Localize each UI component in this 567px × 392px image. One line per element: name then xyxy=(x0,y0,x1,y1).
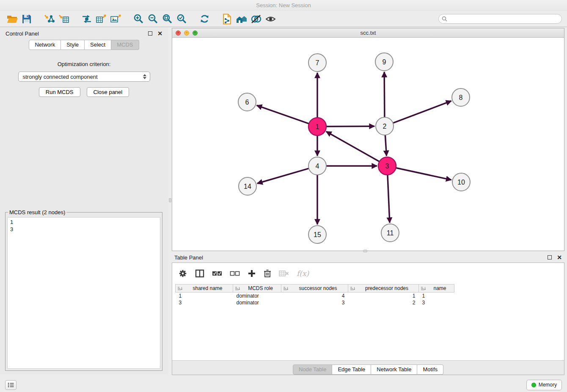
image-export-button[interactable] xyxy=(108,13,123,25)
table-export-button[interactable] xyxy=(94,13,108,25)
delete-row-button[interactable] xyxy=(264,269,271,278)
close-window-icon[interactable]: × xyxy=(176,30,181,36)
float-window-icon[interactable] xyxy=(148,31,152,36)
edge-2-8[interactable] xyxy=(393,101,451,123)
node-7[interactable]: 7 xyxy=(308,54,326,72)
svg-text:11: 11 xyxy=(387,229,394,237)
node-10[interactable]: 10 xyxy=(452,173,470,191)
houses-button[interactable] xyxy=(234,13,249,25)
unselect-all-button[interactable] xyxy=(230,270,240,277)
svg-text:15: 15 xyxy=(314,231,321,238)
run-mcds-button[interactable]: Run MCDS xyxy=(39,87,80,97)
node-11[interactable]: 11 xyxy=(381,224,399,242)
venn-slash-button[interactable] xyxy=(249,13,263,25)
venn-slash-icon xyxy=(250,14,261,24)
column-header-name[interactable]: name xyxy=(419,284,454,293)
function-builder-button[interactable]: f(x) xyxy=(297,269,309,278)
sort-icon xyxy=(177,286,182,291)
table-cell[interactable]: 1 xyxy=(419,293,454,299)
tab-select[interactable]: Select xyxy=(85,40,111,50)
zoom-out-button[interactable] xyxy=(146,13,160,25)
memory-button[interactable]: Memory xyxy=(526,380,562,390)
search-input[interactable] xyxy=(447,16,559,22)
table-cell[interactable]: 4 xyxy=(281,293,348,299)
node-3[interactable]: 3 xyxy=(378,157,396,175)
tab-edge-table[interactable]: Edge Table xyxy=(332,364,371,375)
node-1[interactable]: 1 xyxy=(308,118,326,135)
document-network-button[interactable] xyxy=(220,13,234,25)
mcds-result-group: MCDS result (2 nodes) 13 xyxy=(5,209,162,371)
table-cell[interactable]: 3 xyxy=(419,299,454,306)
select-all-button[interactable] xyxy=(212,270,222,277)
node-15[interactable]: 15 xyxy=(308,226,326,243)
edge-3-11[interactable] xyxy=(388,175,390,223)
float-table-panel-icon[interactable] xyxy=(548,255,552,259)
control-panel: Control Panel ✕ NetworkStyleSelectMCDS O… xyxy=(0,27,168,374)
node-9[interactable]: 9 xyxy=(375,53,393,71)
tab-style[interactable]: Style xyxy=(61,40,85,50)
node-14[interactable]: 14 xyxy=(239,177,256,195)
network-canvas[interactable]: 7968124314101511 xyxy=(172,38,564,251)
column-header-successor-nodes[interactable]: successor nodes xyxy=(281,284,348,293)
node-2[interactable]: 2 xyxy=(376,117,394,135)
import-network-icon xyxy=(44,14,55,24)
control-panel-tabs: NetworkStyleSelectMCDS xyxy=(0,40,168,50)
edge-3-1[interactable] xyxy=(326,132,380,162)
task-list-button[interactable] xyxy=(5,380,17,390)
column-header-MCDS-role[interactable]: MCDS role xyxy=(233,284,281,293)
table-cell[interactable]: dominator xyxy=(233,293,281,299)
node-4[interactable]: 4 xyxy=(308,157,326,175)
close-table-panel-icon[interactable]: ✕ xyxy=(557,255,562,259)
edge-2-3[interactable] xyxy=(385,135,386,156)
network-arrows-button[interactable] xyxy=(80,13,94,25)
add-row-button[interactable] xyxy=(248,269,256,278)
tab-network[interactable]: Network xyxy=(29,40,61,50)
edge-2-9[interactable] xyxy=(384,72,385,117)
open-folder-button[interactable] xyxy=(5,13,19,25)
table-row[interactable]: 1dominator411 xyxy=(176,293,454,299)
node-8[interactable]: 8 xyxy=(452,88,470,106)
table-cell[interactable]: 3 xyxy=(281,299,348,306)
tab-network-table[interactable]: Network Table xyxy=(371,364,417,375)
column-header-shared-name[interactable]: shared name xyxy=(176,284,233,293)
table-cell[interactable]: dominator xyxy=(233,299,281,306)
import-network-button[interactable] xyxy=(42,13,57,25)
zoom-fit-button[interactable] xyxy=(160,13,174,25)
table-cell[interactable]: 2 xyxy=(348,299,419,306)
close-panel-icon[interactable]: ✕ xyxy=(157,31,162,36)
table-body: 1dominator4113dominator323 xyxy=(176,293,454,306)
maximize-window-icon[interactable]: + xyxy=(193,30,198,36)
delete-table-icon xyxy=(279,270,289,277)
zoom-selected-button[interactable] xyxy=(174,13,189,25)
column-header-predecessor-nodes[interactable]: predecessor nodes xyxy=(348,284,419,293)
close-panel-button[interactable]: Close panel xyxy=(87,87,129,97)
refresh-button[interactable] xyxy=(197,13,212,25)
edge-1-2[interactable] xyxy=(326,126,374,127)
mcds-result-box[interactable]: 13 xyxy=(7,217,160,369)
vertical-splitter-handle[interactable] xyxy=(169,198,171,202)
minimize-window-icon[interactable]: − xyxy=(184,30,189,36)
table-row[interactable]: 3dominator323 xyxy=(176,299,454,306)
edge-4-14[interactable] xyxy=(257,168,309,183)
edge-3-10[interactable] xyxy=(396,168,451,179)
table-cell[interactable]: 1 xyxy=(348,293,419,299)
eye-button[interactable] xyxy=(263,13,278,25)
network-view-window: scc.txt × − + 7968124314101511 xyxy=(172,28,564,251)
tab-node-table[interactable]: Node Table xyxy=(293,364,333,375)
table-cell[interactable]: 3 xyxy=(176,299,233,306)
edge-1-6[interactable] xyxy=(257,105,309,124)
criterion-dropdown[interactable]: strongly connected component xyxy=(18,72,150,82)
split-view-button[interactable] xyxy=(195,269,204,278)
session-search-box[interactable] xyxy=(438,14,562,24)
table-cell[interactable]: 1 xyxy=(176,293,233,299)
sort-icon xyxy=(350,286,355,291)
delete-table-button[interactable] xyxy=(279,270,289,277)
save-button[interactable] xyxy=(19,13,34,25)
refresh-icon xyxy=(199,14,210,24)
table-settings-button[interactable] xyxy=(178,269,187,278)
node-6[interactable]: 6 xyxy=(238,93,256,111)
import-table-button[interactable] xyxy=(57,13,71,25)
tab-motifs[interactable]: Motifs xyxy=(417,364,443,375)
tab-mcds[interactable]: MCDS xyxy=(111,40,139,50)
zoom-in-button[interactable] xyxy=(131,13,146,25)
